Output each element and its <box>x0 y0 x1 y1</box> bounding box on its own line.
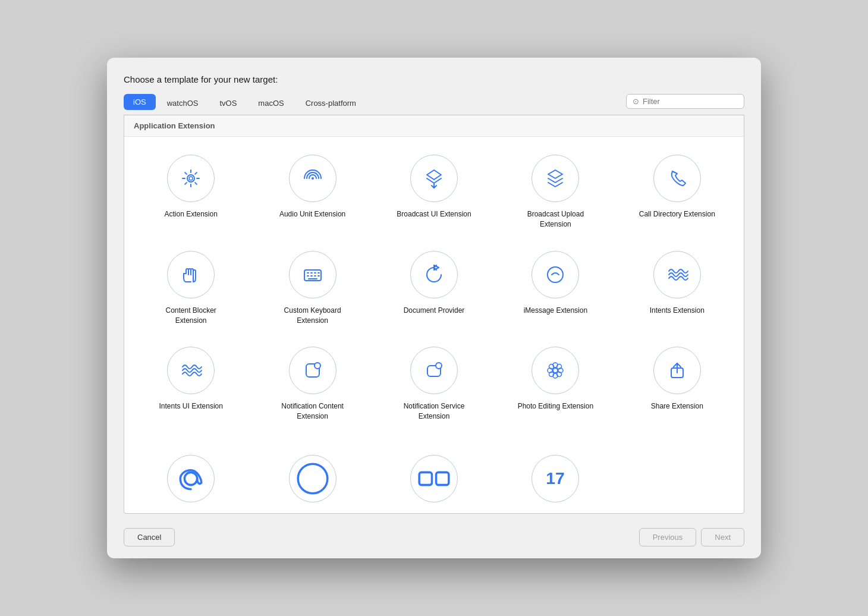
grid-item-imessage[interactable]: iMessage Extension <box>495 239 616 335</box>
grid-item-share[interactable]: Share Extension <box>617 335 738 431</box>
tab-watchos[interactable]: watchOS <box>157 95 209 112</box>
partial-icon-partial1 <box>167 455 215 502</box>
dialog: Choose a template for your new target: i… <box>107 58 761 558</box>
label-audio-unit: Audio Unit Extension <box>279 209 345 219</box>
icon-call-directory <box>653 155 701 202</box>
previous-button[interactable]: Previous <box>639 528 697 546</box>
svg-rect-31 <box>436 472 449 485</box>
svg-text:17: 17 <box>546 469 565 488</box>
grid-item-photo-editing[interactable]: Photo Editing Extension <box>495 335 616 431</box>
label-photo-editing: Photo Editing Extension <box>518 401 593 411</box>
tab-tvos[interactable]: tvOS <box>209 95 247 112</box>
grid-item-call-directory[interactable]: Call Directory Extension <box>617 143 738 239</box>
tabs-container: iOSwatchOStvOSmacOSCross-platform <box>124 94 626 111</box>
content-area: Application Extension Action Extension A… <box>124 115 744 514</box>
icon-intents <box>653 251 701 298</box>
svg-point-28 <box>185 472 197 485</box>
label-action: Action Extension <box>165 209 218 219</box>
icon-document-provider <box>410 251 458 298</box>
partial-row: 17 <box>124 437 744 513</box>
icon-notification-content <box>289 347 336 394</box>
filter-input[interactable] <box>643 97 738 106</box>
icon-broadcast-ui <box>410 155 458 202</box>
nav-buttons: Previous Next <box>639 528 744 546</box>
section-header: Application Extension <box>124 115 744 137</box>
label-custom-keyboard: Custom Keyboard Extension <box>274 306 351 326</box>
partial-item-partial1[interactable] <box>130 443 251 507</box>
grid-item-intents-ui[interactable]: Intents UI Extension <box>130 335 251 431</box>
partial-icon-partial3 <box>410 455 458 502</box>
icon-intents-ui <box>167 347 215 394</box>
icon-audio-unit <box>289 155 336 202</box>
svg-point-17 <box>436 363 442 369</box>
svg-rect-30 <box>419 472 432 485</box>
svg-point-13 <box>548 267 563 282</box>
grid-item-notification-service[interactable]: Notification Service Extension <box>373 335 495 431</box>
grid-item-custom-keyboard[interactable]: Custom Keyboard Extension <box>251 239 373 335</box>
icon-content-blocker <box>167 251 215 298</box>
grid-item-broadcast-upload[interactable]: Broadcast Upload Extension <box>495 143 616 239</box>
next-button[interactable]: Next <box>701 528 744 546</box>
dialog-title: Choose a template for your new target: <box>124 74 744 84</box>
grid-item-notification-content[interactable]: Notification Content Extension <box>251 335 373 431</box>
filter-box[interactable]: ⊙ <box>626 94 744 109</box>
label-document-provider: Document Provider <box>404 306 465 316</box>
grid-item-document-provider[interactable]: Document Provider <box>373 239 495 335</box>
svg-point-15 <box>315 363 320 369</box>
grid-item-action[interactable]: Action Extension <box>130 143 251 239</box>
svg-point-0 <box>187 175 194 182</box>
tab-ios[interactable]: iOS <box>124 94 156 110</box>
partial-item-partial2[interactable] <box>251 443 373 507</box>
icon-custom-keyboard <box>289 251 336 298</box>
label-intents-ui: Intents UI Extension <box>159 401 223 411</box>
icon-action <box>167 155 215 202</box>
filter-icon: ⊙ <box>633 97 639 106</box>
grid-item-intents[interactable]: Intents Extension <box>617 239 738 335</box>
label-broadcast-upload: Broadcast Upload Extension <box>517 209 594 230</box>
grid-item-audio-unit[interactable]: Audio Unit Extension <box>251 143 373 239</box>
icon-photo-editing <box>532 347 579 394</box>
extension-grid: Action Extension Audio Unit Extension Br… <box>124 137 744 437</box>
label-notification-service: Notification Service Extension <box>395 401 473 422</box>
icon-notification-service <box>410 347 458 394</box>
icon-broadcast-upload <box>532 155 579 202</box>
tab-row: iOSwatchOStvOSmacOSCross-platform ⊙ <box>124 94 744 115</box>
tab-macos[interactable]: macOS <box>248 95 294 112</box>
svg-point-29 <box>298 464 328 494</box>
icon-imessage <box>532 251 579 298</box>
svg-point-2 <box>312 177 314 180</box>
label-broadcast-ui: Broadcast UI Extension <box>397 209 471 219</box>
label-notification-content: Notification Content Extension <box>274 401 351 422</box>
label-share: Share Extension <box>651 401 703 411</box>
footer: Cancel Previous Next <box>124 518 744 558</box>
label-content-blocker: Content Blocker Extension <box>152 306 229 326</box>
partial-item-partial3[interactable] <box>373 443 495 507</box>
partial-item-partial4[interactable]: 17 <box>495 443 616 507</box>
label-intents: Intents Extension <box>650 306 705 316</box>
label-call-directory: Call Directory Extension <box>639 209 715 219</box>
icon-share <box>653 347 701 394</box>
partial-icon-partial4: 17 <box>532 455 579 502</box>
label-imessage: iMessage Extension <box>524 306 587 316</box>
svg-point-18 <box>553 368 558 373</box>
svg-point-1 <box>189 177 193 180</box>
cancel-button[interactable]: Cancel <box>124 528 175 546</box>
grid-item-broadcast-ui[interactable]: Broadcast UI Extension <box>373 143 495 239</box>
grid-item-content-blocker[interactable]: Content Blocker Extension <box>130 239 251 335</box>
partial-icon-partial2 <box>289 455 336 502</box>
tab-cross-platform[interactable]: Cross-platform <box>295 95 366 112</box>
